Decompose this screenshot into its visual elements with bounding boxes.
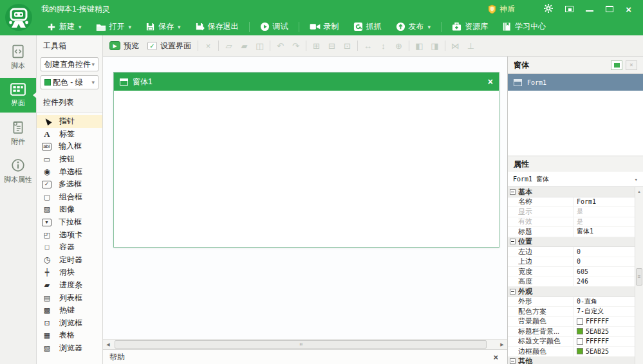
property-value[interactable]: 5EAB25 xyxy=(573,347,635,356)
create-control-dropdown[interactable]: 创建直角控件 ▾ xyxy=(41,57,98,71)
learn-button[interactable]: 学习中心 xyxy=(496,18,552,35)
property-row[interactable]: 位置 xyxy=(508,237,635,248)
collapse-icon[interactable] xyxy=(510,189,516,195)
property-value[interactable]: 5EAB25 xyxy=(573,327,635,336)
same-size-icon[interactable]: ⊕ xyxy=(393,42,404,50)
property-value[interactable]: 窗体1 xyxy=(573,227,635,237)
save-exit-button[interactable]: 保存退出 xyxy=(189,18,245,35)
control-list-item[interactable]: ▤ 列表框 xyxy=(37,291,102,304)
caret-down-icon[interactable]: ▾ xyxy=(79,24,82,30)
close-icon[interactable]: × xyxy=(626,5,631,14)
control-list-item[interactable]: ▭ 按钮 xyxy=(37,153,102,166)
property-row[interactable]: 标题栏背景... 5EAB25 xyxy=(508,327,635,337)
property-value[interactable]: 是 xyxy=(573,217,635,227)
record-button[interactable]: 录制 xyxy=(304,18,345,35)
nav-item-script-properties[interactable]: 脚本属性 xyxy=(0,154,36,188)
align-right-icon[interactable]: ⊡ xyxy=(342,42,353,50)
control-list-item[interactable]: ◰ 选项卡 xyxy=(37,228,102,241)
caret-down-icon[interactable]: ▾ xyxy=(129,24,132,30)
form-titlebar[interactable]: 窗体1 × xyxy=(114,73,499,91)
caret-down-icon[interactable]: ▾ xyxy=(428,24,431,30)
property-value[interactable]: 605 xyxy=(573,267,635,277)
property-row[interactable]: 边框颜色 5EAB25 xyxy=(508,347,635,357)
property-value[interactable]: 246 xyxy=(573,277,635,287)
horizontal-scrollbar[interactable]: ◀ ≡ ▶ xyxy=(103,339,507,349)
control-list-item[interactable]: ▰ 进度条 xyxy=(37,279,102,292)
control-list-item[interactable]: ▢ 组合框 xyxy=(37,191,102,204)
scrollbar-track[interactable]: ≡ xyxy=(113,340,497,349)
publish-button[interactable]: 发布 ▾ xyxy=(390,18,437,35)
space-vertical-icon[interactable]: ⊥ xyxy=(465,42,476,50)
property-row[interactable]: 其他 xyxy=(508,357,635,364)
save-button[interactable]: 保存 ▾ xyxy=(140,18,187,35)
maximize-icon[interactable] xyxy=(606,6,613,12)
scroll-up-icon[interactable]: ▲ xyxy=(635,187,643,196)
minimize-icon[interactable] xyxy=(586,10,593,12)
space-horizontal-icon[interactable]: ⋈ xyxy=(450,42,461,50)
design-canvas[interactable]: 窗体1 × xyxy=(103,57,507,339)
divider[interactable] xyxy=(409,41,409,51)
divider[interactable] xyxy=(218,41,219,51)
property-row[interactable]: 背景颜色 FFFFFF xyxy=(508,317,635,327)
control-list-item[interactable]: ◉ 单选框 xyxy=(37,165,102,178)
capture-button[interactable]: 抓抓 xyxy=(348,18,387,35)
property-row[interactable]: 宽度 605 xyxy=(508,267,635,277)
nav-item-interface[interactable]: 界面 xyxy=(0,78,36,113)
control-list-item[interactable]: ┿ 滑块 xyxy=(37,266,102,279)
undo-icon[interactable]: ↶ xyxy=(275,42,286,50)
caret-down-icon[interactable]: ▾ xyxy=(178,24,181,30)
cut-icon[interactable]: × xyxy=(203,42,214,50)
control-list-item[interactable]: ▨ 图像 xyxy=(37,203,102,216)
property-value[interactable]: 7-自定义 xyxy=(573,307,635,316)
color-scheme-dropdown[interactable]: 配色 - 绿 ▾ xyxy=(41,75,98,89)
property-row[interactable]: 配色方案 7-自定义 xyxy=(508,307,635,317)
control-list-item[interactable]: ▩ 热键 xyxy=(37,304,102,317)
divider[interactable] xyxy=(357,41,358,51)
form-designer-window[interactable]: 窗体1 × xyxy=(113,72,499,248)
form-list-item[interactable]: Form1 xyxy=(508,74,643,91)
property-value[interactable]: Form1 xyxy=(573,197,635,207)
scrollbar-thumb[interactable]: ≡ xyxy=(636,268,642,286)
property-row[interactable]: 基本 xyxy=(508,187,635,197)
nav-item-script[interactable]: 脚本 xyxy=(0,40,36,75)
add-form-icon[interactable] xyxy=(611,60,622,70)
divider[interactable] xyxy=(270,41,270,51)
property-row[interactable]: 显示 是 xyxy=(508,207,635,217)
debug-button[interactable]: 调试 xyxy=(254,18,294,35)
scroll-right-icon[interactable]: ▶ xyxy=(497,340,507,349)
collapse-icon[interactable] xyxy=(510,358,516,364)
open-button[interactable]: 打开 ▾ xyxy=(90,18,138,35)
property-value[interactable]: 0 xyxy=(573,257,635,267)
control-list-item[interactable]: ▾ 下拉框 xyxy=(37,216,102,229)
control-list-item[interactable]: ⊡ 浏览框 xyxy=(37,317,102,330)
property-row[interactable]: 标题文字颜色 FFFFFF xyxy=(508,337,635,347)
vertical-scrollbar[interactable]: ▲ ≡ xyxy=(635,187,643,364)
property-row[interactable]: 左边 0 xyxy=(508,247,635,257)
resource-button[interactable]: 资源库 xyxy=(446,18,494,35)
divider[interactable] xyxy=(306,41,306,51)
property-row[interactable]: 外观 xyxy=(508,287,635,297)
control-list-item[interactable]: ◷ 定时器 xyxy=(37,254,102,267)
control-list-item[interactable]: A 标签 xyxy=(37,128,102,141)
same-width-icon[interactable]: ↔ xyxy=(362,42,373,50)
scroll-left-icon[interactable]: ◀ xyxy=(103,340,113,349)
align-left-icon[interactable]: ⊞ xyxy=(311,42,322,50)
control-list-item[interactable]: abl 输入框 xyxy=(37,140,102,153)
center-horizontal-icon[interactable]: ◧ xyxy=(414,42,425,50)
collapse-icon[interactable] xyxy=(510,239,516,244)
property-row[interactable]: 外形 0-直角 xyxy=(508,297,635,307)
redo-icon[interactable]: ↷ xyxy=(290,42,301,50)
property-value[interactable]: 0 xyxy=(573,247,635,257)
nav-item-attachments[interactable]: 附件 xyxy=(0,116,36,150)
control-list-item[interactable]: □ 容器 xyxy=(37,241,102,254)
property-value[interactable]: FFFFFF xyxy=(573,317,635,327)
property-row[interactable]: 标题 窗体1 xyxy=(508,227,635,237)
scrollbar-thumb[interactable]: ≡ xyxy=(115,340,487,349)
help-close-icon[interactable]: × xyxy=(493,352,498,362)
clone-icon[interactable]: ◫ xyxy=(254,42,265,50)
property-row[interactable]: 上边 0 xyxy=(508,257,635,268)
property-value[interactable]: 0-直角 xyxy=(573,297,635,307)
align-center-icon[interactable]: ⊟ xyxy=(326,42,337,50)
center-vertical-icon[interactable]: ◨ xyxy=(429,42,440,50)
settings-gear-icon[interactable] xyxy=(544,4,553,15)
